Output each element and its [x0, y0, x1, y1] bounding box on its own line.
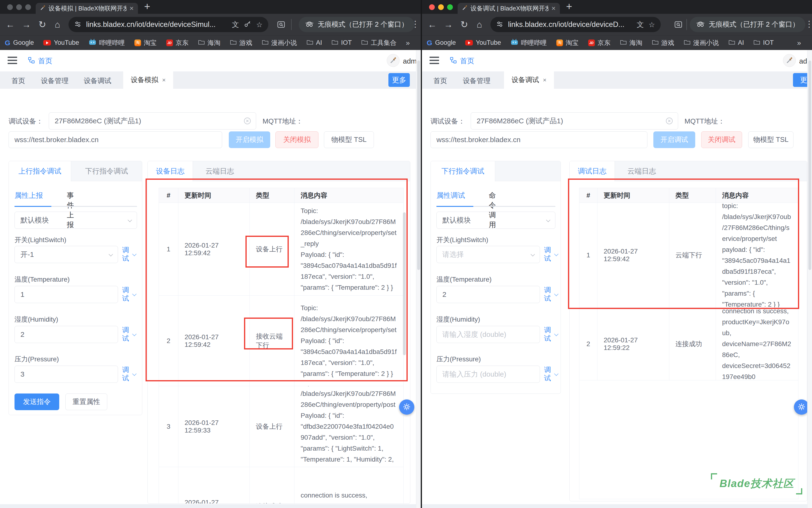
settings-float-button[interactable]	[794, 399, 809, 415]
tab-debug-log[interactable]: 调试日志	[570, 161, 615, 181]
debug-device-input[interactable]	[49, 112, 256, 129]
tab-cloud-log[interactable]: 云端日志	[615, 161, 669, 181]
minimize-window-icon[interactable]	[438, 4, 444, 10]
translate-icon[interactable]: 文	[637, 20, 644, 30]
start-simulation-button[interactable]: 开启模拟	[229, 131, 270, 148]
log-row[interactable]: 2 2026-01-27 12:59:22 连接成功 connection is…	[579, 307, 798, 380]
site-settings-icon[interactable]	[496, 20, 503, 29]
tab-home[interactable]: 首页	[433, 76, 447, 86]
mqtt-address-input[interactable]	[9, 131, 222, 148]
bookmark-youtube[interactable]: YouTube	[465, 39, 501, 46]
log-row[interactable]: 1 2026-01-27 12:59:42 云端下行 topic: /blade…	[579, 203, 798, 307]
bookmark-folder-iot[interactable]: IOT	[332, 39, 352, 46]
browser-tab[interactable]: 设备调试 | BladeX物联网开发平 ×	[458, 3, 560, 14]
bookmark-bilibili[interactable]: 哔哩哔哩	[89, 39, 125, 47]
forward-button[interactable]: →	[22, 19, 31, 30]
tsl-model-button[interactable]: 物模型 TSL	[748, 131, 794, 148]
bookmarks-overflow-icon[interactable]: »	[406, 39, 410, 47]
debug-dropdown-icon[interactable]	[555, 293, 558, 297]
scrollbar-thumb[interactable]	[417, 60, 420, 270]
log-row[interactable]: 4 2026-01-27 12:59:03 连接成功 connection is…	[159, 467, 403, 504]
forward-button[interactable]: →	[444, 19, 453, 30]
browser-tab[interactable]: 设备模拟 | BladeX物联网开发平 ×	[36, 3, 138, 14]
url-text[interactable]: links.bladex.cn/iot/device/deviceD...	[508, 20, 632, 29]
tab-close-icon[interactable]: ×	[129, 4, 134, 12]
back-button[interactable]: ←	[428, 19, 437, 30]
traffic-lights[interactable]	[7, 4, 31, 10]
tab-device-debug-active[interactable]: 设备调试×	[504, 72, 554, 89]
avatar[interactable]	[783, 54, 796, 67]
log-row[interactable]: 2 2026-01-27 12:59:42 接收云端下行 Topic: /bla…	[159, 296, 403, 386]
debug-link[interactable]: 调试	[121, 246, 130, 263]
bookmark-folder-games[interactable]: 游戏	[230, 39, 252, 47]
page-scrollbar[interactable]	[416, 50, 421, 508]
debug-link[interactable]: 调试	[543, 246, 552, 263]
debug-dropdown-icon[interactable]	[133, 333, 136, 337]
bookmark-youtube[interactable]: YouTube	[43, 39, 79, 46]
url-text[interactable]: links.bladex.cn/iot/device/deviceSimul..…	[86, 20, 227, 29]
bookmark-folder-ai[interactable]: AI	[728, 39, 744, 46]
reset-properties-button[interactable]: 重置属性	[65, 393, 107, 410]
translate-icon[interactable]: 文	[232, 20, 239, 30]
tab-close-icon[interactable]: ×	[162, 76, 165, 84]
close-window-icon[interactable]	[7, 4, 13, 10]
tab-downlink-debug[interactable]: 下行指令调试	[431, 161, 495, 181]
new-tab-button[interactable]: +	[144, 0, 150, 12]
clear-input-icon[interactable]	[243, 117, 252, 126]
humidity-input[interactable]	[14, 326, 118, 343]
debug-dropdown-icon[interactable]	[555, 333, 558, 337]
address-bar[interactable]: links.bladex.cn/iot/device/deviceSimul..…	[68, 17, 268, 32]
debug-link[interactable]: 调试	[543, 326, 552, 343]
reload-button[interactable]: ↻	[461, 19, 468, 30]
bookmark-folder-ai[interactable]: AI	[306, 39, 322, 46]
page-scrollbar[interactable]	[807, 50, 812, 508]
tab-cloud-log[interactable]: 云端日志	[193, 161, 247, 181]
scrollbar-thumb[interactable]	[808, 60, 811, 270]
settings-float-button[interactable]	[399, 399, 414, 415]
password-key-icon[interactable]	[244, 20, 251, 29]
home-button[interactable]: ⌂	[55, 19, 60, 30]
tab-device-manage[interactable]: 设备管理	[463, 76, 490, 86]
debug-device-input[interactable]	[471, 112, 678, 129]
pressure-input[interactable]	[436, 366, 540, 383]
bookmark-folder-tools[interactable]: 工具集合	[361, 39, 396, 47]
tab-device-debug[interactable]: 设备调试	[84, 76, 111, 86]
debug-dropdown-icon[interactable]	[555, 372, 558, 377]
mqtt-address-input[interactable]	[430, 131, 648, 148]
module-select[interactable]: 默认模块	[14, 212, 137, 229]
zoom-window-icon[interactable]	[447, 4, 453, 10]
tab-uplink-debug[interactable]: 上行指令调试	[9, 161, 71, 181]
avatar[interactable]	[387, 54, 399, 67]
debug-link[interactable]: 调试	[543, 366, 552, 382]
temperature-input[interactable]	[436, 286, 540, 303]
tab-device-simulate-active[interactable]: 设备模拟×	[123, 72, 173, 89]
tab-close-icon[interactable]: ×	[543, 76, 546, 84]
start-debug-button[interactable]: 开启调试	[653, 131, 695, 148]
debug-dropdown-icon[interactable]	[133, 293, 136, 297]
temperature-input[interactable]	[14, 286, 118, 303]
bookmark-folder-comics[interactable]: 漫画小说	[262, 39, 297, 47]
clear-input-icon[interactable]	[665, 117, 674, 126]
bookmark-google[interactable]: GGoogle	[5, 39, 34, 47]
reload-button[interactable]: ↻	[39, 19, 46, 30]
table-scrollbar-thumb[interactable]	[403, 212, 406, 355]
subtab-property-report[interactable]: 属性上报	[14, 192, 43, 199]
close-window-icon[interactable]	[429, 4, 435, 10]
log-row[interactable]: 1 2026-01-27 12:59:42 设备上行 Topic: /blade…	[159, 203, 403, 296]
more-button[interactable]: 更多	[388, 73, 410, 87]
tsl-model-button[interactable]: 物模型 TSL	[324, 131, 374, 148]
pressure-input[interactable]	[14, 366, 118, 383]
tab-device-manage[interactable]: 设备管理	[41, 76, 68, 86]
subtab-property-debug[interactable]: 属性调试	[436, 192, 465, 199]
bookmark-bilibili[interactable]: 哔哩哔哩	[511, 39, 547, 47]
tab-close-icon[interactable]: ×	[551, 4, 556, 12]
debug-dropdown-icon[interactable]	[555, 253, 558, 257]
side-search-icon[interactable]	[674, 20, 683, 30]
bookmark-jd[interactable]: JD京东	[166, 39, 189, 47]
debug-link[interactable]: 调试	[121, 286, 130, 303]
tab-home[interactable]: 首页	[11, 76, 25, 86]
bookmark-google[interactable]: GGoogle	[427, 39, 456, 47]
bookmark-star-icon[interactable]: ☆	[649, 20, 655, 29]
bookmarks-overflow-icon[interactable]: »	[797, 39, 801, 47]
stop-simulation-button[interactable]: 关闭模拟	[276, 131, 319, 148]
